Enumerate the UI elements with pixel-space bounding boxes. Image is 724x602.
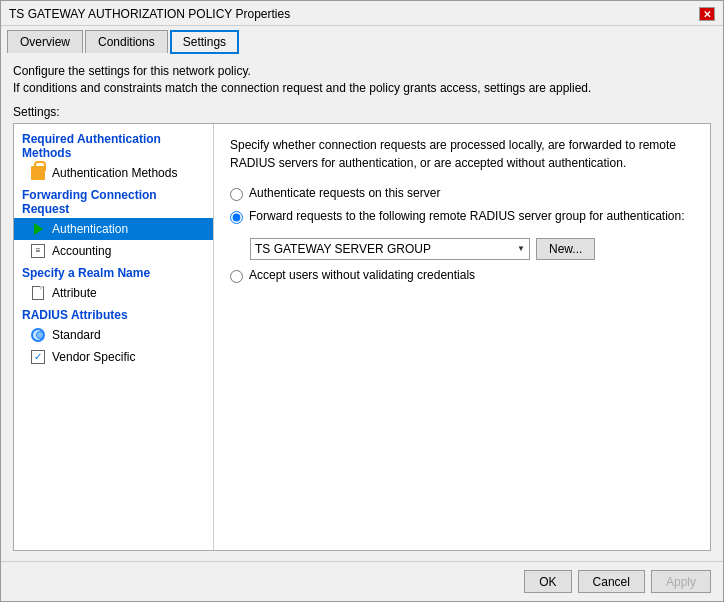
checkbox-icon: ✓ [30, 349, 46, 365]
cancel-button[interactable]: Cancel [578, 570, 645, 593]
settings-label: Settings: [13, 105, 711, 119]
section-header-required-auth[interactable]: Required Authentication Methods [14, 128, 213, 162]
nav-item-auth-methods[interactable]: Authentication Methods [14, 162, 213, 184]
radio-authenticate-local[interactable] [230, 188, 243, 201]
section-header-radius[interactable]: RADIUS Attributes [14, 304, 213, 324]
description: Configure the settings for this network … [13, 63, 711, 97]
section-header-realm[interactable]: Specify a Realm Name [14, 262, 213, 282]
desc-line1: Configure the settings for this network … [13, 63, 711, 80]
calc-icon: ≡ [30, 243, 46, 259]
section-header-forwarding[interactable]: Forwarding Connection Request [14, 184, 213, 218]
left-panel: Required Authentication Methods Authenti… [14, 124, 214, 550]
dropdown-row: TS GATEWAY SERVER GROUP ▼ New... [250, 238, 694, 260]
nav-label-accounting: Accounting [52, 244, 111, 258]
dialog-content: Configure the settings for this network … [1, 53, 723, 561]
nav-item-authentication[interactable]: Authentication [14, 218, 213, 240]
nav-label-auth-methods: Authentication Methods [52, 166, 177, 180]
nav-item-standard[interactable]: Standard [14, 324, 213, 346]
new-button[interactable]: New... [536, 238, 595, 260]
dialog-window: TS GATEWAY AUTHORIZATION POLICY Properti… [0, 0, 724, 602]
right-panel: Specify whether connection requests are … [214, 124, 710, 550]
tab-bar: Overview Conditions Settings [1, 26, 723, 53]
server-group-dropdown[interactable]: TS GATEWAY SERVER GROUP ▼ [250, 238, 530, 260]
radio-label-forward: Forward requests to the following remote… [249, 209, 685, 223]
dropdown-value: TS GATEWAY SERVER GROUP [255, 242, 431, 256]
title-bar: TS GATEWAY AUTHORIZATION POLICY Properti… [1, 1, 723, 26]
close-button[interactable]: ✕ [699, 7, 715, 21]
chevron-down-icon: ▼ [517, 244, 525, 253]
tab-settings[interactable]: Settings [170, 30, 239, 54]
settings-area: Required Authentication Methods Authenti… [13, 123, 711, 551]
nav-label-standard: Standard [52, 328, 101, 342]
radio-item-forward: Forward requests to the following remote… [230, 209, 694, 224]
arrow-green-icon [30, 221, 46, 237]
nav-label-vendor-specific: Vendor Specific [52, 350, 135, 364]
radio-item-local: Authenticate requests on this server [230, 186, 694, 201]
nav-label-authentication: Authentication [52, 222, 128, 236]
radio-label-local: Authenticate requests on this server [249, 186, 440, 200]
tab-overview[interactable]: Overview [7, 30, 83, 53]
nav-item-accounting[interactable]: ≡ Accounting [14, 240, 213, 262]
nav-label-attribute: Attribute [52, 286, 97, 300]
dialog-title: TS GATEWAY AUTHORIZATION POLICY Properti… [9, 7, 290, 21]
apply-button[interactable]: Apply [651, 570, 711, 593]
paper-icon [30, 285, 46, 301]
globe-icon [30, 327, 46, 343]
ok-button[interactable]: OK [524, 570, 571, 593]
radio-forward-remote[interactable] [230, 211, 243, 224]
radio-label-accept: Accept users without validating credenti… [249, 268, 475, 282]
right-description: Specify whether connection requests are … [230, 136, 694, 172]
tab-conditions[interactable]: Conditions [85, 30, 168, 53]
nav-item-vendor-specific[interactable]: ✓ Vendor Specific [14, 346, 213, 368]
dialog-footer: OK Cancel Apply [1, 561, 723, 601]
radio-accept-without[interactable] [230, 270, 243, 283]
nav-item-attribute[interactable]: Attribute [14, 282, 213, 304]
desc-line2: If conditions and constraints match the … [13, 80, 711, 97]
radio-group: Authenticate requests on this server For… [230, 186, 694, 283]
lock-icon [30, 165, 46, 181]
radio-item-accept: Accept users without validating credenti… [230, 268, 694, 283]
